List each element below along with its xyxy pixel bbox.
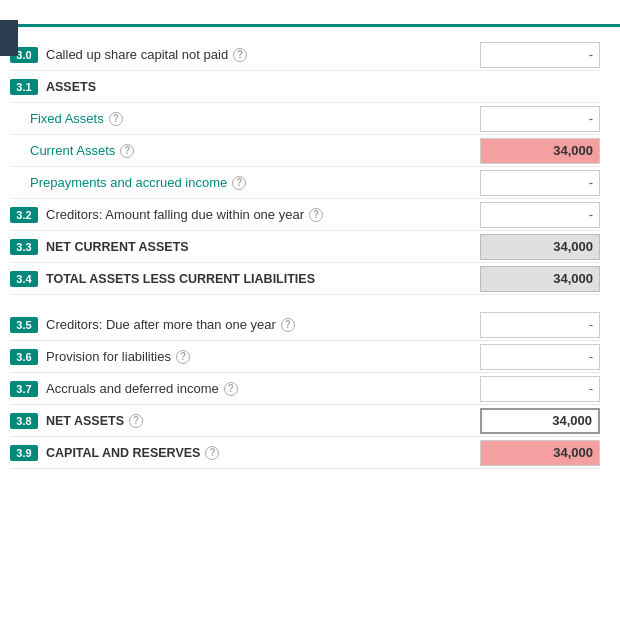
help-icon[interactable]: ?	[120, 144, 134, 158]
column-header	[10, 27, 600, 39]
row-label-text: CAPITAL AND RESERVES	[46, 446, 200, 460]
row-label: 3.4TOTAL ASSETS LESS CURRENT LIABILITIES	[10, 267, 470, 291]
row-value[interactable]: -	[480, 376, 600, 402]
row-label: 3.6Provision for liabilities?	[10, 345, 470, 369]
row-badge: 3.4	[10, 271, 38, 287]
row-value: 34,000	[480, 234, 600, 260]
row-label-text: Creditors: Amount falling due within one…	[46, 207, 304, 222]
row-badge: 3.8	[10, 413, 38, 429]
help-icon[interactable]: ?	[129, 414, 143, 428]
table-row: 3.0Called up share capital not paid?-	[10, 39, 600, 71]
table-row: 3.3NET CURRENT ASSETS34,000	[10, 231, 600, 263]
table-row: Fixed Assets?-	[10, 103, 600, 135]
table-row: Prepayments and accrued income?-	[10, 167, 600, 199]
row-value-cell: 34,000	[470, 266, 600, 292]
row-value-cell: 34,000	[470, 234, 600, 260]
row-label-text: Current Assets	[30, 143, 115, 158]
row-label-text: NET CURRENT ASSETS	[46, 240, 189, 254]
row-value[interactable]: -	[480, 312, 600, 338]
row-label: 3.1ASSETS	[10, 75, 600, 99]
row-label-text: Prepayments and accrued income	[30, 175, 227, 190]
row-label: 3.5Creditors: Due after more than one ye…	[10, 313, 470, 337]
row-label: Prepayments and accrued income?	[10, 171, 470, 194]
row-label-text: Called up share capital not paid	[46, 47, 228, 62]
row-label-text: Provision for liabilities	[46, 349, 171, 364]
row-label: 3.7Accruals and deferred income?	[10, 377, 470, 401]
row-value[interactable]: -	[480, 202, 600, 228]
row-value-cell: 34,000	[470, 408, 600, 434]
table-row: 3.8NET ASSETS?34,000	[10, 405, 600, 437]
table-row: 3.4TOTAL ASSETS LESS CURRENT LIABILITIES…	[10, 263, 600, 295]
table-row: 3.7Accruals and deferred income?-	[10, 373, 600, 405]
row-value: 34,000	[480, 266, 600, 292]
row-badge: 3.3	[10, 239, 38, 255]
row-badge: 3.1	[10, 79, 38, 95]
row-label: 3.9CAPITAL AND RESERVES?	[10, 441, 470, 465]
row-label-text: Accruals and deferred income	[46, 381, 219, 396]
spacer-row	[10, 295, 600, 309]
row-value-cell: -	[470, 42, 600, 68]
help-icon[interactable]: ?	[281, 318, 295, 332]
row-value[interactable]: -	[480, 106, 600, 132]
help-icon[interactable]: ?	[309, 208, 323, 222]
table-row: 3.9CAPITAL AND RESERVES?34,000	[10, 437, 600, 469]
row-value-cell: -	[470, 106, 600, 132]
row-value[interactable]: -	[480, 344, 600, 370]
help-icon[interactable]: ?	[176, 350, 190, 364]
row-label-text: TOTAL ASSETS LESS CURRENT LIABILITIES	[46, 272, 315, 286]
row-badge: 3.7	[10, 381, 38, 397]
table-row: 3.5Creditors: Due after more than one ye…	[10, 309, 600, 341]
row-value: 34,000	[480, 440, 600, 466]
table-row: Current Assets?34,000	[10, 135, 600, 167]
row-value-cell: 34,000	[470, 440, 600, 466]
table-row: 3.1ASSETS	[10, 71, 600, 103]
page-header	[0, 0, 620, 27]
row-label: 3.2Creditors: Amount falling due within …	[10, 203, 470, 227]
row-value-cell: -	[470, 312, 600, 338]
help-icon[interactable]: ?	[232, 176, 246, 190]
help-icon[interactable]: ?	[224, 382, 238, 396]
row-value: 34,000	[480, 408, 600, 434]
row-label: Current Assets?	[10, 139, 470, 162]
row-value-cell: 34,000	[470, 138, 600, 164]
row-value: 34,000	[480, 138, 600, 164]
row-label: 3.8NET ASSETS?	[10, 409, 470, 433]
row-value[interactable]: -	[480, 170, 600, 196]
row-label-text: ASSETS	[46, 80, 96, 94]
row-value-cell: -	[470, 202, 600, 228]
row-label: 3.0Called up share capital not paid?	[10, 43, 470, 67]
row-badge: 3.5	[10, 317, 38, 333]
row-label: Fixed Assets?	[10, 107, 470, 130]
sidebar-toggle[interactable]	[0, 20, 18, 56]
row-badge: 3.9	[10, 445, 38, 461]
row-label-text: Creditors: Due after more than one year	[46, 317, 276, 332]
help-icon[interactable]: ?	[205, 446, 219, 460]
row-value-cell: -	[470, 376, 600, 402]
row-value[interactable]: -	[480, 42, 600, 68]
row-label-text: Fixed Assets	[30, 111, 104, 126]
row-badge: 3.6	[10, 349, 38, 365]
balance-sheet-rows: 3.0Called up share capital not paid?-3.1…	[10, 39, 600, 469]
row-value-cell: -	[470, 344, 600, 370]
row-value-cell: -	[470, 170, 600, 196]
table-row: 3.2Creditors: Amount falling due within …	[10, 199, 600, 231]
table-row: 3.6Provision for liabilities?-	[10, 341, 600, 373]
row-badge: 3.2	[10, 207, 38, 223]
row-label-text: NET ASSETS	[46, 414, 124, 428]
help-icon[interactable]: ?	[233, 48, 247, 62]
row-label: 3.3NET CURRENT ASSETS	[10, 235, 470, 259]
main-content: 3.0Called up share capital not paid?-3.1…	[0, 27, 620, 489]
help-icon[interactable]: ?	[109, 112, 123, 126]
